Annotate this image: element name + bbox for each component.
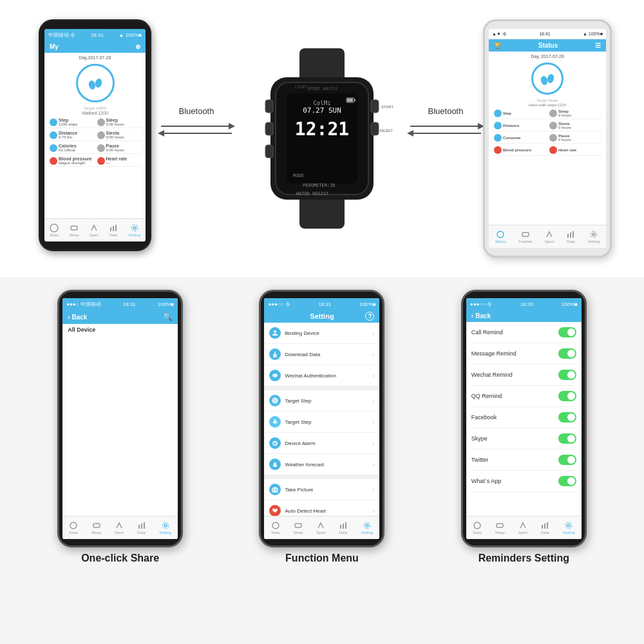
chevron-wechat: › [372, 372, 374, 379]
watch-center: 07.27 SUN 12:21 MODE PEDOMETER:3D WATER … [248, 48, 396, 229]
svg-rect-32 [371, 100, 379, 113]
svg-rect-52 [141, 524, 142, 529]
phone-item-menu: ●●●○○ 令 18:31 100%■ Setting ? [259, 290, 384, 564]
setting-weather[interactable]: Weather forecast › [264, 454, 379, 475]
right-phone: ▲▼ 令 18:41 ▲ 100%■ 🏆 Status ☰ Day, 2017-… [483, 19, 612, 258]
share-back-button[interactable]: ‹ Back [68, 314, 87, 321]
toggle-facebook[interactable] [558, 412, 576, 422]
setting-wechat-auth[interactable]: Wechat Authentication › [264, 365, 379, 386]
reminder-wechat: Wechat Remind [471, 365, 576, 386]
r-nav-setting[interactable]: Setting [588, 230, 600, 243]
svg-point-66 [274, 489, 276, 491]
sedentary-icon [269, 416, 281, 428]
reminder-twitter: Twitter [471, 450, 576, 471]
left-phone: 中国移动 令 18:31 ▲ 100%■ My ⊕ Day,2017-07-28 [39, 19, 151, 251]
toggle-message[interactable] [558, 348, 576, 359]
bottom-phone-share: ●●●○ 中国移动 18:31 100%■ ‹ Back 🔍 [57, 290, 183, 547]
r-nav-data[interactable]: Data [566, 230, 575, 243]
setting-target-step[interactable]: Target Step › [264, 390, 379, 412]
stat-sleep: Sleep0:00 hours [96, 117, 142, 128]
share-nav-data[interactable]: Data [137, 521, 146, 535]
stat-distance: Distance0.75 km [48, 129, 95, 141]
bluetooth-right-label: Bluetooth [428, 106, 464, 116]
camera-icon [269, 484, 281, 495]
chevron-heart: › [372, 507, 374, 515]
bottom-section: ●●●○ 中国移动 18:31 100%■ ‹ Back 🔍 [0, 277, 644, 644]
menu-nav-sleep[interactable]: Sleep [293, 521, 303, 535]
toggle-call[interactable] [558, 327, 576, 337]
share-nav-setting[interactable]: Setting [159, 521, 171, 535]
svg-rect-71 [343, 524, 344, 529]
setting-take-picture[interactable]: Take Picture › [264, 479, 379, 500]
toggle-wechat[interactable] [558, 370, 576, 380]
svg-point-73 [366, 524, 368, 527]
svg-point-41 [546, 73, 554, 84]
svg-text:12:21: 12:21 [295, 118, 349, 140]
r-nav-status[interactable]: Status [495, 230, 506, 243]
right-steps-circle [531, 62, 564, 95]
svg-rect-44 [567, 234, 569, 238]
phone-item-reminders: ●●●○○ 令 18:33 100%■ ‹ Back [461, 290, 587, 564]
target-icon [269, 395, 281, 406]
svg-rect-46 [573, 231, 574, 238]
menu-nav-sport[interactable]: Sport [316, 521, 325, 535]
setting-sedentary-remind[interactable]: Target Step › [264, 412, 379, 433]
share-search-icon[interactable]: 🔍 [163, 312, 173, 321]
svg-rect-31 [265, 145, 273, 158]
setting-binding-device[interactable]: Binding Device › [264, 323, 379, 344]
nav-setting[interactable]: Setting [128, 223, 140, 237]
right-phone-status-bar: ▲▼ 令 18:41 ▲ 100%■ [489, 29, 606, 39]
share-nav-stats[interactable]: Stats [69, 521, 78, 535]
svg-text:START: START [381, 105, 393, 109]
rem-nav-stats[interactable]: Stats [473, 521, 482, 535]
toggle-twitter[interactable] [558, 455, 576, 465]
share-bottom-nav: Stats Sleep Sport Data [62, 516, 178, 539]
nav-stats[interactable]: Stats [50, 223, 59, 237]
bluetooth-left-label: Bluetooth [179, 106, 214, 116]
svg-point-55 [162, 522, 169, 529]
setting-device-alarm[interactable]: Device Alarm › [264, 433, 379, 454]
steps-circle [76, 64, 115, 102]
menu-help-icon[interactable]: ? [365, 312, 374, 321]
r-nav-tracked[interactable]: Tracked [518, 230, 532, 243]
r-stat-siesta: Siesta0 hours [548, 120, 602, 131]
toggle-qq[interactable] [558, 391, 576, 401]
nav-data[interactable]: Data [109, 223, 118, 237]
share-nav-sleep[interactable]: Sleep [91, 521, 101, 535]
stat-blood: Blood pressurefatigue strength [48, 155, 95, 167]
right-phone-bottom-nav: Status Tracked Sport Data [489, 225, 606, 248]
menu-nav-data[interactable]: Data [339, 521, 348, 535]
rem-nav-setting[interactable]: Setting [563, 521, 575, 535]
toggle-whatsapp[interactable] [558, 476, 576, 486]
rem-nav-sleep[interactable]: Sleep [495, 521, 505, 535]
device-list-area [68, 337, 173, 491]
toggle-skype[interactable] [558, 433, 576, 444]
right-stats-grid: Step Sleep0 hours Distance Siesta0 [493, 108, 602, 156]
binding-icon [269, 327, 281, 339]
chevron-target: › [372, 397, 374, 404]
left-phone-status-bar: 中国移动 令 18:31 ▲ 100%■ [44, 29, 146, 41]
bottom-phone-reminders: ●●●○○ 令 18:33 100%■ ‹ Back [461, 290, 587, 547]
svg-rect-22 [347, 99, 353, 102]
phone-item-share: ●●●○ 中国移动 18:31 100%■ ‹ Back 🔍 [57, 290, 183, 564]
nav-sport[interactable]: Sport [90, 223, 99, 237]
svg-point-2 [50, 224, 58, 232]
rem-nav-data[interactable]: Data [540, 521, 549, 535]
rem-nav-sport[interactable]: Sport [518, 521, 527, 535]
weather-icon [269, 459, 281, 470]
phones-row: ●●●○ 中国移动 18:31 100%■ ‹ Back 🔍 [0, 277, 644, 571]
svg-rect-21 [354, 99, 355, 101]
chevron-download: › [372, 351, 374, 358]
menu-label: Function Menu [285, 553, 359, 564]
setting-download-data[interactable]: Download Data › [264, 344, 379, 365]
share-nav-sport[interactable]: Sport [115, 521, 124, 535]
stat-heart: Heart rate— [96, 155, 142, 167]
menu-nav-setting[interactable]: Setting [361, 521, 374, 535]
reminders-back-button[interactable]: ‹ Back [471, 312, 491, 319]
svg-point-68 [272, 522, 279, 529]
bluetooth-left-group: Bluetooth [158, 106, 235, 141]
r-nav-sport[interactable]: Sport [545, 230, 554, 243]
menu-nav-stats[interactable]: Stats [271, 521, 280, 535]
svg-point-40 [540, 75, 548, 86]
nav-sleep[interactable]: Sleep [69, 223, 79, 237]
